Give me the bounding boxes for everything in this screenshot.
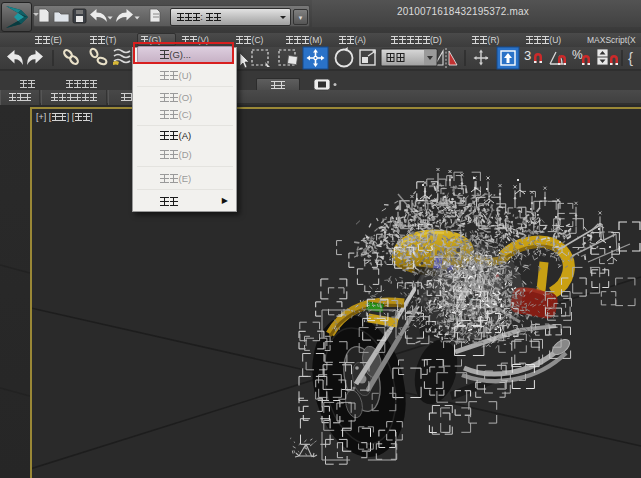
svg-text:%: %	[572, 48, 583, 62]
svg-text:{: {	[628, 49, 633, 66]
svg-text:3: 3	[524, 48, 531, 63]
